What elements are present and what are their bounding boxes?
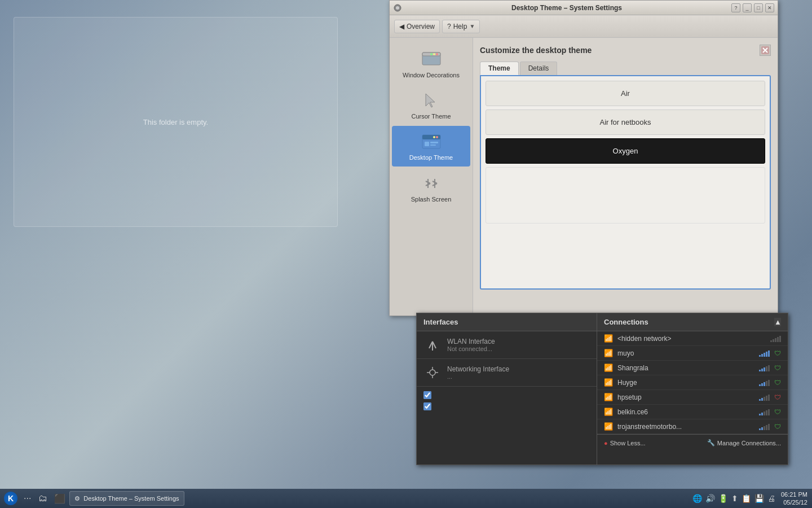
connections-title: Connections bbox=[604, 318, 648, 326]
shield-icon-hpsetup: 🛡 bbox=[774, 393, 781, 401]
theme-item-oxygen[interactable]: Oxygen bbox=[486, 138, 765, 164]
show-less-icon: ● bbox=[604, 440, 608, 446]
wifi-icon-shangrala: 📶 bbox=[604, 364, 613, 372]
desktop-theme-icon bbox=[420, 130, 443, 153]
clipboard-icon[interactable]: 📋 bbox=[742, 494, 751, 503]
kde-menu-button[interactable]: K bbox=[2, 491, 19, 506]
theme-item-air[interactable]: Air bbox=[486, 81, 765, 106]
connection-hpsetup[interactable]: 📶 hpsetup 🛡 bbox=[597, 390, 788, 405]
scrollbar-up[interactable]: ▲ bbox=[774, 318, 781, 326]
connection-shangrala[interactable]: 📶 Shangrala 🛡 bbox=[597, 361, 788, 375]
close-customize-icon bbox=[761, 46, 769, 54]
svg-point-5 bbox=[433, 53, 435, 55]
svg-point-4 bbox=[436, 53, 438, 55]
sidebar-item-splash-screen[interactable]: Splash Screen bbox=[392, 168, 470, 208]
svg-marker-7 bbox=[426, 94, 435, 107]
svg-point-10 bbox=[436, 136, 438, 138]
svg-rect-14 bbox=[430, 144, 436, 146]
checkbox-2[interactable] bbox=[423, 402, 431, 410]
shield-icon-shangrala: 🛡 bbox=[774, 364, 781, 372]
sidebar-item-window-decorations[interactable]: Window Decorations bbox=[392, 43, 470, 84]
checkbox-label-2[interactable] bbox=[423, 402, 590, 410]
wifi-icon-hpsetup: 📶 bbox=[604, 393, 613, 401]
taskbar-pager[interactable]: ··· bbox=[21, 493, 33, 503]
tab-details[interactable]: Details bbox=[520, 62, 558, 75]
shield-icon-trojan: 🛡 bbox=[774, 423, 781, 431]
shield-icon-belkin: 🛡 bbox=[774, 408, 781, 416]
task-window-button[interactable]: ⚙ Desktop Theme – System Settings bbox=[69, 491, 184, 506]
desktop-theme-svg bbox=[421, 132, 442, 152]
titlebar-title: Desktop Theme – System Settings bbox=[404, 4, 729, 12]
svg-point-1 bbox=[396, 6, 399, 10]
tab-theme[interactable]: Theme bbox=[480, 62, 519, 75]
clock[interactable]: 06:21 PM 05/25/12 bbox=[781, 491, 810, 507]
clock-date: 05/25/12 bbox=[781, 498, 807, 506]
overview-button[interactable]: ◀ Overview bbox=[394, 20, 440, 33]
sidebar-item-desktop-theme[interactable]: Desktop Theme bbox=[392, 126, 470, 166]
close-customize-btn[interactable] bbox=[760, 45, 771, 56]
tabs: Theme Details bbox=[480, 62, 771, 75]
interfaces-header: Interfaces bbox=[417, 313, 597, 331]
overview-label: Overview bbox=[407, 23, 435, 30]
close-btn[interactable]: ✕ bbox=[765, 3, 774, 12]
interface-networking-info: Networking Interface ... bbox=[447, 365, 590, 380]
connection-name-huyge: Huyge bbox=[617, 379, 754, 387]
splash-svg bbox=[421, 173, 442, 194]
wifi-icon-muyo: 📶 bbox=[604, 349, 613, 357]
interface-wlan: WLAN Interface Not connected... bbox=[417, 331, 597, 359]
task-window-title: Desktop Theme – System Settings bbox=[83, 495, 179, 502]
battery-icon[interactable]: 🔋 bbox=[718, 494, 728, 503]
update-icon[interactable]: ⬆ bbox=[731, 494, 738, 503]
theme-item-air-netbooks[interactable]: Air for netbooks bbox=[486, 110, 765, 135]
main-panel: Customize the desktop theme Theme Detail… bbox=[473, 38, 778, 316]
manage-icon: 🔧 bbox=[707, 439, 715, 446]
window-decor-svg bbox=[421, 49, 442, 69]
connection-huyge[interactable]: 📶 Huyge 🛡 bbox=[597, 375, 788, 390]
maximize-btn[interactable]: □ bbox=[754, 3, 763, 12]
svg-rect-13 bbox=[430, 142, 438, 143]
connection-trojan[interactable]: 📶 trojanstreetmotorbo... 🛡 bbox=[597, 419, 788, 434]
networking-name: Networking Interface bbox=[447, 365, 590, 373]
connection-name-shangrala: Shangrala bbox=[617, 364, 754, 372]
help-label: Help bbox=[453, 23, 467, 30]
connection-belkin[interactable]: 📶 belkin.ce6 🛡 bbox=[597, 405, 788, 419]
device-icon[interactable]: 💾 bbox=[754, 494, 764, 503]
network-systray-icon[interactable]: 🌐 bbox=[692, 494, 702, 503]
customize-title: Customize the desktop theme bbox=[480, 46, 592, 55]
minimize-btn[interactable]: _ bbox=[743, 3, 752, 12]
window-decorations-icon bbox=[420, 48, 443, 71]
folder-empty-label: This folder is empty. bbox=[143, 118, 208, 126]
connection-name-hidden: <hidden network> bbox=[617, 335, 766, 343]
connection-hidden[interactable]: 📶 <hidden network> bbox=[597, 331, 788, 346]
checkbox-1[interactable] bbox=[423, 391, 431, 399]
theme-list-container: Air Air for netbooks Oxygen bbox=[480, 75, 771, 290]
connection-name-trojan: trojanstreetmotorbo... bbox=[617, 423, 754, 431]
splash-screen-label: Splash Screen bbox=[411, 196, 452, 203]
wifi-icon-trojan: 📶 bbox=[604, 422, 613, 431]
connections-panel: Connections ▲ 📶 <hidden network> 📶 muyo bbox=[597, 313, 788, 465]
shield-icon-huyge: 🛡 bbox=[774, 379, 781, 387]
networking-status: ... bbox=[447, 373, 590, 380]
manage-connections-btn[interactable]: 🔧 Manage Connections... bbox=[707, 439, 781, 446]
content-area: Window Decorations Cursor Theme bbox=[390, 38, 778, 316]
connection-muyo[interactable]: 📶 muyo 🛡 bbox=[597, 346, 788, 361]
wlan-name: WLAN Interface bbox=[447, 338, 590, 345]
help-titlebar-btn[interactable]: ? bbox=[731, 3, 740, 12]
help-button[interactable]: ? Help ▼ bbox=[442, 20, 480, 33]
sidebar: Window Decorations Cursor Theme bbox=[390, 38, 473, 316]
show-less-btn[interactable]: ● Show Less... bbox=[604, 439, 646, 446]
svg-rect-12 bbox=[425, 142, 429, 146]
connection-name-hpsetup: hpsetup bbox=[617, 393, 754, 401]
signal-bars-huyge bbox=[759, 379, 770, 386]
theme-item-empty bbox=[486, 167, 765, 224]
taskbar: K ··· 🗂 ⬛ ⚙ Desktop Theme – System Setti… bbox=[0, 489, 812, 508]
sidebar-item-cursor-theme[interactable]: Cursor Theme bbox=[392, 85, 470, 125]
print-icon[interactable]: 🖨 bbox=[767, 494, 775, 503]
taskbar-terminal-icon[interactable]: ⬛ bbox=[52, 491, 67, 506]
taskbar-file-manager-icon[interactable]: 🗂 bbox=[36, 491, 50, 506]
checkbox-label-1[interactable] bbox=[423, 391, 590, 399]
manage-connections-label: Manage Connections... bbox=[717, 440, 781, 446]
volume-icon[interactable]: 🔊 bbox=[705, 494, 715, 503]
wlan-icon bbox=[423, 336, 442, 354]
signal-bars-muyo bbox=[759, 350, 770, 357]
